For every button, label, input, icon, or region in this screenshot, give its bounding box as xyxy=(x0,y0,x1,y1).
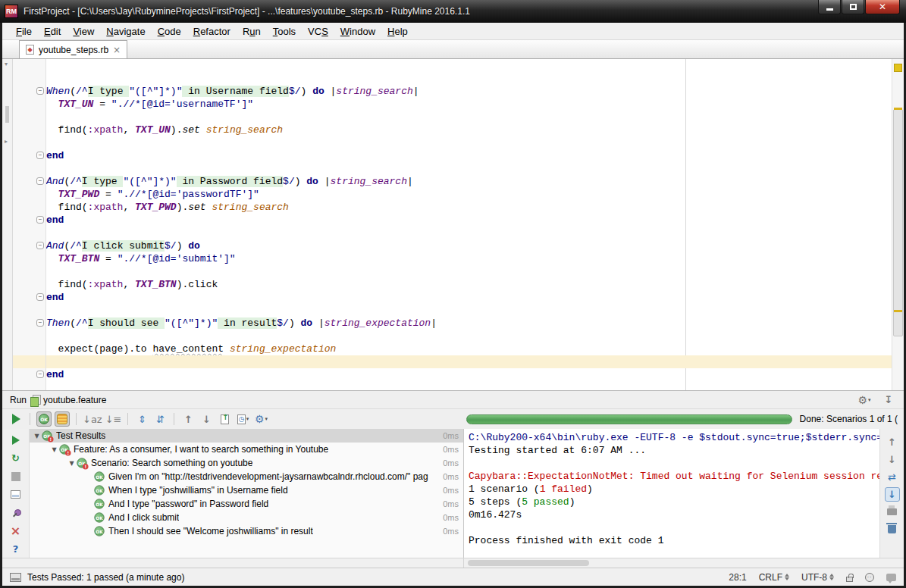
code-line[interactable] xyxy=(46,162,892,175)
next-failed-icon[interactable]: ↓ xyxy=(199,411,214,427)
soft-wrap-icon[interactable]: ⇄ xyxy=(885,470,900,484)
menu-item-help[interactable]: Help xyxy=(381,24,414,39)
menu-item-code[interactable]: Code xyxy=(152,24,187,39)
toggle-toolwindows-icon[interactable] xyxy=(10,573,21,582)
encoding-selector[interactable]: UTF-8 xyxy=(801,572,834,583)
code-line[interactable]: end xyxy=(46,291,892,304)
event-log-bubble-icon[interactable] xyxy=(886,574,896,581)
menu-item-edit[interactable]: Edit xyxy=(38,24,67,39)
rerun-icon[interactable] xyxy=(8,432,24,448)
clear-icon[interactable] xyxy=(885,522,900,536)
expand-all-icon[interactable]: ⇕ xyxy=(134,411,149,427)
stop-icon[interactable] xyxy=(8,468,24,484)
collapse-all-icon[interactable]: ⇵ xyxy=(152,411,168,427)
tree-row[interactable]: OKGiven I'm on "http://testdrivendevelop… xyxy=(30,470,463,483)
code-line[interactable]: And(/^I type "([^"]*)" in Password field… xyxy=(46,175,892,188)
scroll-to-end-icon[interactable]: ↓ xyxy=(885,487,900,502)
code-line[interactable]: expect(page).to have_content string_expe… xyxy=(46,342,892,355)
close-button[interactable]: ✕ xyxy=(865,0,900,14)
stripe-tool-button[interactable] xyxy=(5,106,9,123)
tree-hscroll[interactable] xyxy=(2,558,464,568)
code-line[interactable] xyxy=(46,265,892,278)
pin-icon[interactable] xyxy=(8,505,24,521)
editor-scrollbar[interactable] xyxy=(892,59,904,390)
scroll-down-icon[interactable]: ↓ xyxy=(885,452,900,467)
status-message[interactable]: Tests Passed: 1 passed (a minute ago) xyxy=(27,572,184,583)
fold-toggle-icon[interactable]: − xyxy=(36,319,44,327)
code-line[interactable]: TXT_UN = ".//*[@id='usernameTF']" xyxy=(46,98,892,111)
menu-item-view[interactable]: View xyxy=(67,24,100,39)
hide-panel-icon[interactable]: ↧ xyxy=(881,393,896,408)
code-line[interactable] xyxy=(46,136,892,149)
code-line[interactable]: find(:xpath, TXT_PWD).set string_search xyxy=(46,201,892,214)
tree-row[interactable]: OKAnd I type "password" in Password fiel… xyxy=(30,497,463,511)
caret-position[interactable]: 28:1 xyxy=(729,572,746,583)
tab-youtube-steps[interactable]: ◆ youtube_steps.rb × xyxy=(19,40,127,58)
code-line[interactable]: find(:xpath, TXT_BTN).click xyxy=(46,278,892,291)
expand-arrow-icon[interactable]: ▼ xyxy=(33,433,41,439)
sort-by-duration-icon[interactable]: ↓≡ xyxy=(105,411,122,427)
menu-item-file[interactable]: File xyxy=(10,24,38,39)
menu-item-run[interactable]: Run xyxy=(237,24,267,39)
console-hscroll-thumb[interactable] xyxy=(468,560,589,566)
minimize-button[interactable] xyxy=(818,0,841,14)
fold-toggle-icon[interactable]: − xyxy=(36,152,44,159)
settings-header-icon[interactable]: ⚙▾ xyxy=(857,393,872,408)
tree-row[interactable]: OKAnd I click submit0ms xyxy=(30,511,463,524)
fold-toggle-icon[interactable]: − xyxy=(36,293,44,301)
code-line[interactable]: end xyxy=(46,368,892,381)
code-line[interactable] xyxy=(46,111,892,124)
code-line[interactable] xyxy=(46,59,892,72)
fold-toggle-icon[interactable]: − xyxy=(36,216,44,224)
code-line[interactable] xyxy=(46,355,892,368)
test-results-tree[interactable]: ▼OKTest Results0ms▼OKFeature: As a consu… xyxy=(30,429,463,558)
code-editor[interactable]: ▾ ▸ −−−−−−−− When(/^I type "([^"]*)" in … xyxy=(2,59,904,390)
code-area[interactable]: When(/^I type "([^"]*)" in Username fiel… xyxy=(46,59,892,390)
inspections-hector-icon[interactable]: ·· xyxy=(865,573,874,582)
console-hscroll[interactable] xyxy=(464,558,904,568)
scroll-up-icon[interactable]: ↑ xyxy=(885,435,900,449)
menu-item-vcs[interactable]: VCS xyxy=(302,24,334,39)
code-line[interactable] xyxy=(46,304,892,317)
code-line[interactable]: Then(/^I should see "([^"]*)" in result$… xyxy=(46,317,892,330)
code-line[interactable]: find(:xpath, TXT_UN).set string_search xyxy=(46,124,892,136)
menu-item-navigate[interactable]: Navigate xyxy=(100,24,151,39)
fold-toggle-icon[interactable]: − xyxy=(36,177,44,185)
menu-item-window[interactable]: Window xyxy=(334,24,381,39)
lock-icon[interactable] xyxy=(846,577,853,582)
code-line[interactable]: end xyxy=(46,214,892,227)
close-icon[interactable]: × xyxy=(8,523,24,539)
previous-failed-icon[interactable]: ↑ xyxy=(180,411,196,427)
expand-arrow-icon[interactable]: ▼ xyxy=(50,446,58,453)
stripe-arrow-icon[interactable]: ▾ xyxy=(5,61,8,67)
code-line[interactable] xyxy=(46,227,892,239)
hide-passed-icon[interactable]: OK xyxy=(36,411,52,427)
fold-toggle-icon[interactable]: − xyxy=(36,242,44,249)
tree-row[interactable]: ▼OKTest Results0ms xyxy=(30,429,463,443)
sort-alphabetically-icon[interactable]: ↓az xyxy=(83,411,102,427)
show-ignored-icon[interactable] xyxy=(55,411,70,427)
expand-arrow-icon[interactable]: ▼ xyxy=(67,460,76,467)
code-line[interactable]: TXT_BTN = ".//*[@id='submit']" xyxy=(46,252,892,265)
menu-item-tools[interactable]: Tools xyxy=(267,24,302,39)
tree-row[interactable]: ▼OKFeature: As a consumer, I want to sea… xyxy=(30,443,463,456)
settings-icon[interactable]: ⚙▾ xyxy=(253,411,268,427)
tab-close-icon[interactable]: × xyxy=(113,45,121,55)
print-icon[interactable] xyxy=(885,505,900,519)
warning-stripe-mark[interactable] xyxy=(894,310,902,312)
menu-item-refactor[interactable]: Refactor xyxy=(187,24,237,39)
tree-row[interactable]: ▼OKScenario: Search something on youtube… xyxy=(30,456,463,470)
code-line[interactable]: When(/^I type "([^"]*)" in Username fiel… xyxy=(46,85,892,98)
console-output[interactable]: C:\Ruby200-x64\bin\ruby.exe -EUTF-8 -e $… xyxy=(464,429,879,558)
file-status-indicator[interactable] xyxy=(894,64,902,72)
warning-stripe-mark[interactable] xyxy=(894,108,902,110)
fold-toggle-icon[interactable]: − xyxy=(36,87,44,95)
rerun-failed-icon[interactable]: ↻ xyxy=(8,450,24,466)
restore-layout-icon[interactable] xyxy=(8,486,24,502)
code-line[interactable]: TXT_PWD = ".//*[@id='passwordTF']" xyxy=(46,188,892,201)
editor-gutter[interactable]: −−−−−−−− xyxy=(13,59,46,390)
code-line[interactable] xyxy=(46,330,892,342)
maximize-button[interactable] xyxy=(842,0,864,14)
code-line[interactable]: end xyxy=(46,149,892,162)
line-ending-selector[interactable]: CRLF xyxy=(759,572,789,583)
